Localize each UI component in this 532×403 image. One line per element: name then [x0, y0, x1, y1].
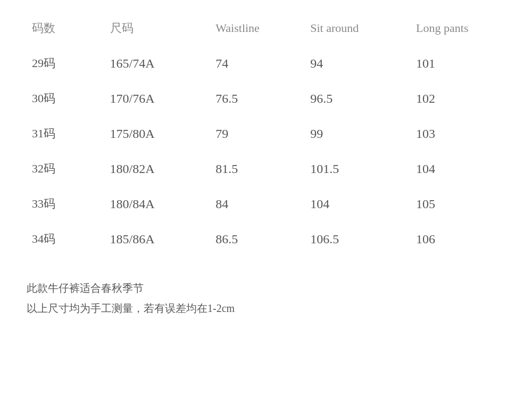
cell-code: 29码	[27, 46, 105, 81]
cell-size: 175/80A	[105, 116, 211, 151]
cell-code: 34码	[27, 221, 105, 257]
cell-waistline: 79	[210, 116, 305, 151]
cell-waistline: 74	[210, 46, 305, 81]
cell-sit_around: 101.5	[305, 151, 411, 186]
cell-code: 33码	[27, 186, 105, 221]
note-line2: 以上尺寸均为手工测量，若有误差均在1-2cm	[27, 298, 505, 318]
cell-sit_around: 96.5	[305, 81, 411, 116]
header-waistline: Waistline	[210, 11, 305, 46]
cell-size: 170/76A	[105, 81, 211, 116]
cell-long_pants: 103	[411, 116, 505, 151]
cell-long_pants: 106	[411, 221, 505, 257]
cell-size: 180/84A	[105, 186, 211, 221]
size-table: 码数 尺码 Waistline Sit around Long pants 29…	[27, 11, 505, 257]
table-row: 30码170/76A76.596.5102	[27, 81, 505, 116]
main-container: 码数 尺码 Waistline Sit around Long pants 29…	[0, 0, 532, 329]
cell-sit_around: 106.5	[305, 221, 411, 257]
header-long-pants: Long pants	[411, 11, 505, 46]
cell-long_pants: 102	[411, 81, 505, 116]
cell-code: 32码	[27, 151, 105, 186]
cell-waistline: 84	[210, 186, 305, 221]
cell-waistline: 86.5	[210, 221, 305, 257]
cell-waistline: 81.5	[210, 151, 305, 186]
cell-long_pants: 105	[411, 186, 505, 221]
table-row: 32码180/82A81.5101.5104	[27, 151, 505, 186]
cell-sit_around: 99	[305, 116, 411, 151]
cell-waistline: 76.5	[210, 81, 305, 116]
cell-long_pants: 104	[411, 151, 505, 186]
header-code: 码数	[27, 11, 105, 46]
cell-size: 165/74A	[105, 46, 211, 81]
cell-code: 31码	[27, 116, 105, 151]
cell-sit_around: 94	[305, 46, 411, 81]
cell-size: 180/82A	[105, 151, 211, 186]
table-row: 34码185/86A86.5106.5106	[27, 221, 505, 257]
header-sit-around: Sit around	[305, 11, 411, 46]
header-size: 尺码	[105, 11, 211, 46]
cell-code: 30码	[27, 81, 105, 116]
table-row: 33码180/84A84104105	[27, 186, 505, 221]
note-line1: 此款牛仔裤适合春秋季节	[27, 278, 505, 298]
cell-sit_around: 104	[305, 186, 411, 221]
table-row: 29码165/74A7494101	[27, 46, 505, 81]
cell-size: 185/86A	[105, 221, 211, 257]
table-row: 31码175/80A7999103	[27, 116, 505, 151]
notes-section: 此款牛仔裤适合春秋季节 以上尺寸均为手工测量，若有误差均在1-2cm	[27, 278, 505, 318]
cell-long_pants: 101	[411, 46, 505, 81]
